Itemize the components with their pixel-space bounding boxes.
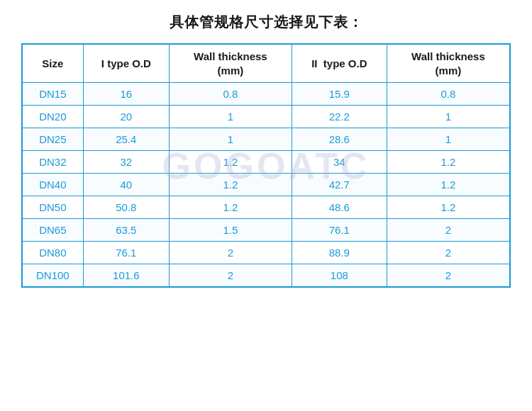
cell-i-od: 63.5 <box>83 219 169 242</box>
cell-ii-od: 42.7 <box>292 174 387 196</box>
cell-i-wt: 1 <box>169 106 292 128</box>
cell-ii-wt: 2 <box>387 219 510 242</box>
cell-i-od: 76.1 <box>83 242 169 264</box>
col-header-ii-wt: Wall thickness(mm) <box>387 44 510 83</box>
table-row: DN2020122.21 <box>22 106 510 128</box>
cell-ii-wt: 1.2 <box>387 151 510 174</box>
table-row: DN8076.1288.92 <box>22 242 510 264</box>
cell-ii-od: 108 <box>292 264 387 288</box>
cell-i-od: 25.4 <box>83 128 169 151</box>
cell-ii-od: 15.9 <box>292 83 387 106</box>
cell-ii-od: 28.6 <box>292 128 387 151</box>
cell-i-wt: 1.2 <box>169 174 292 196</box>
cell-i-wt: 1.2 <box>169 196 292 219</box>
cell-ii-wt: 2 <box>387 264 510 288</box>
cell-size: DN100 <box>22 264 83 288</box>
cell-i-od: 50.8 <box>83 196 169 219</box>
cell-ii-wt: 2 <box>387 242 510 264</box>
cell-i-od: 101.6 <box>83 264 169 288</box>
table-container: GOGOATC Size I type O.D Wall thickness(m… <box>21 43 511 288</box>
table-row: DN100101.621082 <box>22 264 510 288</box>
cell-i-od: 16 <box>83 83 169 106</box>
col-header-ii-od: II type O.D <box>292 44 387 83</box>
table-row: DN6563.51.576.12 <box>22 219 510 242</box>
cell-ii-wt: 1.2 <box>387 174 510 196</box>
col-header-i-wt: Wall thickness(mm) <box>169 44 292 83</box>
cell-ii-wt: 1 <box>387 128 510 151</box>
cell-i-wt: 2 <box>169 264 292 288</box>
cell-size: DN32 <box>22 151 83 174</box>
cell-i-wt: 0.8 <box>169 83 292 106</box>
table-row: DN40401.242.71.2 <box>22 174 510 196</box>
table-row: DN2525.4128.61 <box>22 128 510 151</box>
cell-i-od: 40 <box>83 174 169 196</box>
cell-ii-od: 22.2 <box>292 106 387 128</box>
cell-i-wt: 1 <box>169 128 292 151</box>
cell-size: DN15 <box>22 83 83 106</box>
page-title: 具体管规格尺寸选择见下表： <box>170 13 363 32</box>
table-header-row: Size I type O.D Wall thickness(mm) II ty… <box>22 44 510 83</box>
cell-i-wt: 2 <box>169 242 292 264</box>
cell-size: DN80 <box>22 242 83 264</box>
specs-table: Size I type O.D Wall thickness(mm) II ty… <box>21 43 511 288</box>
cell-ii-od: 76.1 <box>292 219 387 242</box>
cell-ii-wt: 1.2 <box>387 196 510 219</box>
cell-ii-od: 34 <box>292 151 387 174</box>
cell-size: DN40 <box>22 174 83 196</box>
cell-size: DN50 <box>22 196 83 219</box>
cell-size: DN25 <box>22 128 83 151</box>
table-row: DN32321.2341.2 <box>22 151 510 174</box>
cell-ii-wt: 0.8 <box>387 83 510 106</box>
cell-i-od: 20 <box>83 106 169 128</box>
cell-ii-wt: 1 <box>387 106 510 128</box>
cell-i-wt: 1.2 <box>169 151 292 174</box>
cell-i-wt: 1.5 <box>169 219 292 242</box>
table-row: DN5050.81.248.61.2 <box>22 196 510 219</box>
cell-size: DN65 <box>22 219 83 242</box>
cell-size: DN20 <box>22 106 83 128</box>
table-row: DN15160.815.90.8 <box>22 83 510 106</box>
col-header-size: Size <box>22 44 83 83</box>
cell-i-od: 32 <box>83 151 169 174</box>
cell-ii-od: 88.9 <box>292 242 387 264</box>
col-header-i-od: I type O.D <box>83 44 169 83</box>
cell-ii-od: 48.6 <box>292 196 387 219</box>
